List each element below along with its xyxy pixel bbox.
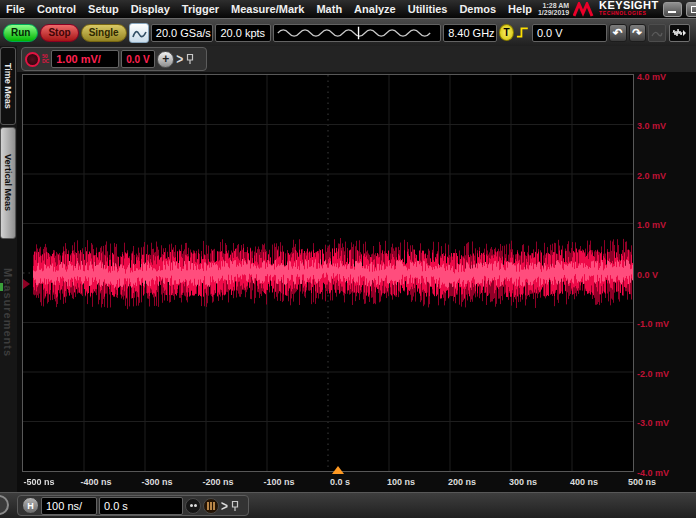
channel-row: 50 DC 1.00 mV/ 0.0 V + > (0, 46, 696, 72)
y-axis-label: 4.0 mV (637, 72, 666, 82)
noise-waveform-icon (672, 27, 687, 39)
menu-display[interactable]: Display (125, 2, 176, 16)
clock: 1:28 AM 1/29/2019 (538, 2, 569, 16)
menu-math[interactable]: Math (310, 2, 348, 16)
channel-coupling: 50 DC (42, 54, 49, 64)
menu-trigger[interactable]: Trigger (176, 2, 225, 16)
x-axis-label: 0.0 s (330, 477, 350, 487)
left-sidebar: Time Meas Vertical Meas Measurements (0, 46, 17, 492)
acquisition-toolbar: Run Stop Single 20.0 GSa/s 20.0 kpts 8.4… (0, 18, 696, 46)
dot-icon (194, 504, 197, 507)
y-axis-label: -2.0 mV (637, 369, 669, 379)
minimize-icon (668, 11, 676, 13)
tab-vertical-meas[interactable]: Vertical Meas (0, 127, 16, 239)
sample-rate-field[interactable]: 20.0 GSa/s (151, 24, 214, 42)
intensity-knob-button[interactable] (203, 498, 219, 514)
menu-utilities[interactable]: Utilities (402, 2, 454, 16)
menu-setup[interactable]: Setup (82, 2, 125, 16)
screen-dim-icon (651, 28, 663, 38)
redo-button[interactable]: ↷ (629, 24, 646, 42)
y-axis-label: -3.0 mV (637, 418, 669, 428)
redo-icon: ↷ (632, 27, 642, 39)
acquisition-preview-field[interactable] (273, 24, 441, 42)
x-axis-label: -500 ns (23, 477, 54, 487)
timebase-field[interactable]: 100 ns/ (41, 497, 97, 515)
pushpin-icon[interactable] (230, 500, 240, 512)
x-axis-label: 500 ns (628, 477, 656, 487)
channel-1-noise-trace (23, 75, 633, 471)
memory-depth-field[interactable]: 20.0 kpts (215, 24, 270, 42)
x-axis-label: 300 ns (509, 477, 537, 487)
horizontal-position-field[interactable]: 0.0 s (99, 497, 183, 515)
x-axis-label: 200 ns (448, 477, 476, 487)
scope-screen-icon (131, 26, 147, 40)
y-axis-label: 2.0 mV (637, 171, 666, 181)
stop-button[interactable]: Stop (40, 24, 78, 42)
knob-bar-icon (207, 502, 209, 510)
menubar-right-cluster: 1:28 AM 1/29/2019 KEYSIGHT TECHNOLOGIES … (538, 1, 696, 17)
undo-icon: ↶ (613, 27, 623, 39)
knob-bar-icon (213, 502, 215, 510)
menu-measure-mark[interactable]: Measure/Mark (225, 2, 310, 16)
x-axis-label: -400 ns (80, 477, 111, 487)
minimize-button[interactable] (663, 2, 682, 17)
x-axis-label: 100 ns (387, 477, 415, 487)
measurements-watermark: Measurements (2, 268, 14, 357)
edge-knob-icon[interactable] (0, 495, 9, 515)
y-axis-label: 3.0 mV (637, 121, 666, 131)
expand-chevron-icon[interactable]: > (176, 51, 183, 68)
single-button[interactable]: Single (81, 24, 127, 42)
graticule (22, 74, 634, 472)
menu-help[interactable]: Help (502, 2, 538, 16)
run-button[interactable]: Run (3, 24, 38, 42)
menu-analyze[interactable]: Analyze (348, 2, 402, 16)
x-axis-label: -100 ns (263, 477, 294, 487)
pushpin-icon[interactable] (185, 53, 195, 65)
bandwidth-field[interactable]: 8.40 GHz (443, 24, 497, 42)
add-channel-button[interactable]: + (157, 51, 174, 68)
x-axis-label: -200 ns (202, 477, 233, 487)
acquisition-mode-button[interactable] (129, 23, 149, 43)
horizontal-badge[interactable]: H (22, 497, 39, 514)
trigger-edge-icon[interactable] (516, 25, 530, 40)
toolbar-right-cluster (648, 24, 693, 42)
status-led (0, 283, 3, 291)
menu-demos[interactable]: Demos (453, 2, 502, 16)
knob-bar-icon (210, 502, 212, 510)
x-axis-label: 400 ns (570, 477, 598, 487)
coupling-label: DC (42, 59, 49, 64)
trigger-source-badge[interactable]: T (499, 24, 515, 41)
expand-chevron-icon[interactable]: > (221, 497, 228, 514)
plus-icon: + (162, 53, 169, 65)
clock-date: 1/29/2019 (538, 9, 569, 16)
waveform-recall-button[interactable] (669, 24, 690, 42)
dot-icon (190, 504, 193, 507)
y-axis-label: 0.0 V (637, 270, 658, 280)
channel-1-controls: 50 DC 1.00 mV/ 0.0 V + > (21, 47, 207, 71)
trigger-time-marker-icon[interactable] (332, 466, 344, 474)
trigger-level-field[interactable]: 0.0 V (532, 24, 607, 42)
brand-text: KEYSIGHT TECHNOLOGIES (599, 1, 658, 17)
menu-file[interactable]: File (0, 2, 31, 16)
y-axis-label: 1.0 mV (637, 220, 666, 230)
brand-name: KEYSIGHT (599, 1, 658, 9)
menu-control[interactable]: Control (31, 2, 82, 16)
waveform-preview-icon (276, 24, 438, 42)
undo-button[interactable]: ↶ (609, 24, 626, 42)
menu-bar: File Control Setup Display Trigger Measu… (0, 0, 696, 19)
disabled-tool-button (648, 24, 666, 42)
oscilloscope-window: File Control Setup Display Trigger Measu… (0, 0, 696, 518)
tab-time-meas[interactable]: Time Meas (0, 47, 16, 125)
channel-1-icon[interactable] (25, 52, 40, 67)
channel-ground-marker-icon (23, 279, 30, 289)
touch-button[interactable] (185, 498, 201, 514)
restore-icon (691, 6, 696, 13)
x-axis-label: -300 ns (141, 477, 172, 487)
restore-button[interactable] (686, 2, 696, 17)
keysight-logo-icon (573, 2, 595, 17)
horizontal-toolbar: H 100 ns/ 0.0 s > (0, 492, 696, 518)
channel-scale-field[interactable]: 1.00 mV/ (51, 50, 119, 68)
channel-offset-field[interactable]: 0.0 V (121, 50, 155, 68)
horizontal-controls: H 100 ns/ 0.0 s > (17, 495, 249, 516)
clock-time: 1:28 AM (538, 2, 569, 9)
